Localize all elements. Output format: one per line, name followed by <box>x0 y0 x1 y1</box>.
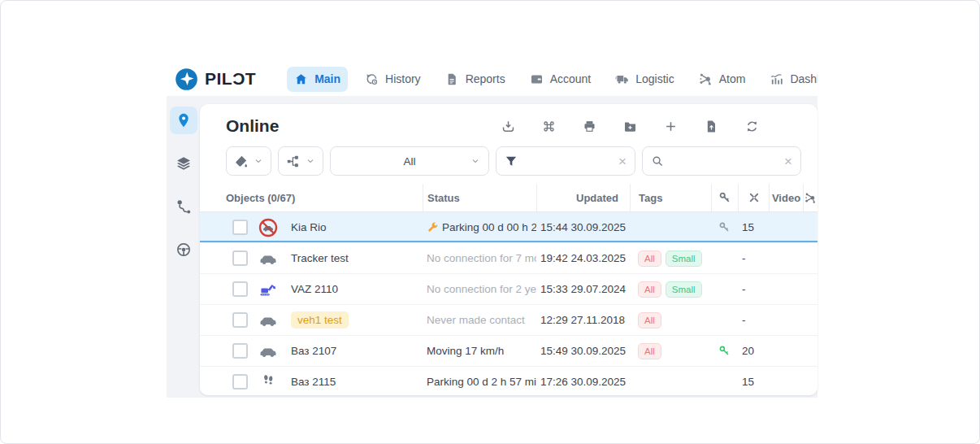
nav-item-reports[interactable]: Reports <box>438 67 513 92</box>
tools-icon <box>748 191 761 204</box>
row-checkbox[interactable] <box>232 250 248 266</box>
row-checkbox[interactable] <box>232 281 248 297</box>
tree-icon <box>286 155 300 168</box>
status-cell: No connection for 2 years <box>423 283 536 295</box>
wheel-icon <box>176 242 192 258</box>
refresh-icon <box>745 120 759 133</box>
toolbar <box>501 120 759 133</box>
nav-item-dashboard[interactable]: Dashboard <box>762 67 817 92</box>
export-button[interactable] <box>501 120 515 133</box>
row-checkbox[interactable] <box>232 374 248 390</box>
sidebar-item-routes[interactable] <box>170 193 197 220</box>
chevron-down-icon <box>254 156 263 166</box>
clear-search-icon[interactable]: × <box>784 155 792 168</box>
header-updated[interactable]: Updated <box>536 184 630 211</box>
status-cell: Parking 00 d 2 h 57 min <box>423 376 536 388</box>
header-atom[interactable] <box>803 184 817 211</box>
chart-icon <box>770 72 783 86</box>
wrench-icon <box>427 221 439 233</box>
tags-cell: AllSmall <box>630 281 711 298</box>
filter-input[interactable] <box>524 155 612 168</box>
table-row[interactable]: Tracker test No connection for 7 months … <box>200 243 817 274</box>
tag-badge: All <box>638 343 661 359</box>
status-text: Moving 17 km/h <box>427 345 504 357</box>
row-checkbox[interactable] <box>232 312 248 328</box>
updated-cell: 15:44 30.09.2025 <box>536 221 630 233</box>
key-cell <box>711 221 738 233</box>
select-tools-button[interactable] <box>542 120 556 133</box>
status-cell: Moving 17 km/h <box>423 345 536 357</box>
row-checkbox[interactable] <box>232 220 248 235</box>
bucket-icon <box>234 155 248 168</box>
sidebar <box>167 96 200 398</box>
tag-badge: All <box>638 312 661 329</box>
nav-item-label: History <box>385 72 421 85</box>
header-key[interactable] <box>711 184 738 211</box>
nav-item-logistic[interactable]: Logistic <box>608 67 681 92</box>
import-file-button[interactable] <box>705 120 718 133</box>
nav-item-account[interactable]: Account <box>523 67 599 92</box>
title-row: Online <box>200 104 817 141</box>
nav-item-history[interactable]: History <box>358 67 428 92</box>
nav-item-main[interactable]: Main <box>287 67 348 92</box>
status-text: No connection for 7 months <box>427 252 536 264</box>
file-upload-icon <box>705 120 718 133</box>
group-select[interactable]: All <box>330 146 489 176</box>
sidebar-item-monitoring[interactable] <box>170 107 197 134</box>
header-tags[interactable]: Tags <box>630 184 711 211</box>
tag-badge: Small <box>666 281 702 298</box>
refresh-button[interactable] <box>745 120 759 133</box>
header-objects[interactable]: Objects (0/67) <box>200 184 423 211</box>
page-title: Online <box>226 116 279 136</box>
header-status[interactable]: Status <box>423 184 536 211</box>
vehicle-name: Tracker test <box>291 252 349 264</box>
table-row[interactable]: veh1 test Never made contact 12:29 27.11… <box>200 305 817 336</box>
grouping-dropdown[interactable] <box>278 146 323 176</box>
sidebar-item-layers[interactable] <box>170 150 197 177</box>
clear-filter-icon[interactable]: × <box>618 155 627 168</box>
logo[interactable]: PILƆT <box>167 67 256 91</box>
nav-item-atom[interactable]: Atom <box>692 67 753 92</box>
command-icon <box>542 120 556 133</box>
value-cell: 20 <box>738 345 769 357</box>
value-cell: 15 <box>738 221 769 233</box>
group-select-value: All <box>403 155 415 168</box>
tag-badge: All <box>638 250 661 267</box>
status-text: No connection for 2 years <box>427 283 536 295</box>
status-text: Parking 00 d 2 h 57 min <box>427 376 536 388</box>
updated-cell: 15:33 29.07.2024 <box>536 283 630 295</box>
updated-cell: 15:49 30.09.2025 <box>536 345 630 357</box>
download-icon <box>501 120 515 133</box>
chevron-down-icon <box>470 156 480 166</box>
app-window: PILƆT MainHistoryReportsAccountLogisticA… <box>167 62 817 398</box>
add-folder-button[interactable] <box>623 120 637 133</box>
value-cell: 15 <box>738 376 769 388</box>
table-row[interactable]: VAZ 2110 No connection for 2 years 15:33… <box>200 274 817 305</box>
history-icon <box>365 72 379 86</box>
header-video[interactable]: Video <box>769 184 803 211</box>
table-row[interactable]: Kia Rio Parking 00 d 00 h 20 min 15:44 3… <box>200 212 817 243</box>
nav-item-label: Atom <box>719 72 746 85</box>
header-service[interactable] <box>738 184 769 211</box>
top-nav: PILƆT MainHistoryReportsAccountLogisticA… <box>167 62 817 96</box>
funnel-icon <box>505 155 518 168</box>
table-row[interactable]: Ваз 2107 Moving 17 km/h 15:49 30.09.2025… <box>200 336 817 367</box>
key-cell <box>711 345 738 357</box>
vehicle-name: Ваз 2107 <box>291 345 336 357</box>
filter-row: All × × <box>200 141 817 184</box>
add-object-button[interactable] <box>664 120 678 133</box>
row-checkbox[interactable] <box>232 343 248 359</box>
table-row[interactable]: Ваз 2115 Parking 00 d 2 h 57 min 17:26 3… <box>200 367 817 395</box>
print-button[interactable] <box>583 120 596 133</box>
fill-color-dropdown[interactable] <box>226 146 271 176</box>
online-panel: Online All <box>200 104 817 395</box>
car-icon <box>258 342 278 361</box>
status-text: Never made contact <box>427 314 525 326</box>
status-text: Parking 00 d 00 h 20 min <box>442 221 536 233</box>
table-body: Kia Rio Parking 00 d 00 h 20 min 15:44 3… <box>200 212 817 395</box>
route-icon <box>176 198 192 215</box>
footprints-icon <box>258 372 278 392</box>
sidebar-item-driving[interactable] <box>170 236 197 263</box>
search-input[interactable] <box>670 155 778 168</box>
nav-item-label: Logistic <box>635 72 674 85</box>
